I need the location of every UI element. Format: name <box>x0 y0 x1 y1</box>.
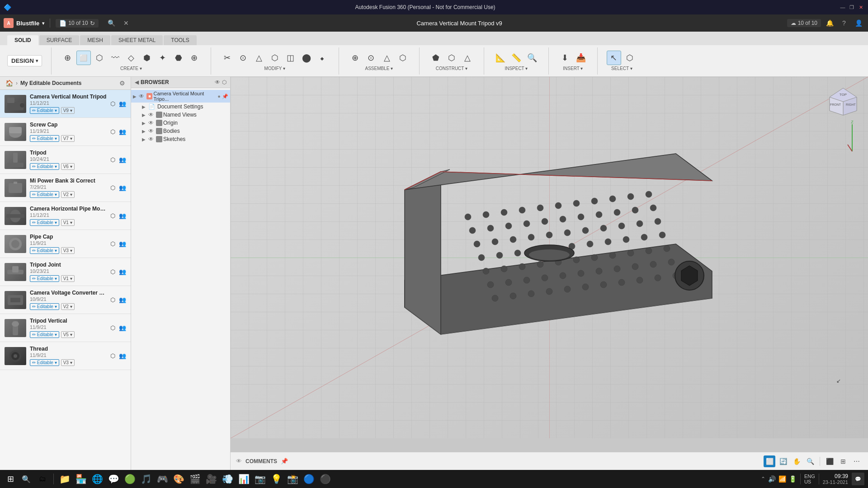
taskbar-instagram-icon[interactable]: 📸 <box>285 472 300 486</box>
file-counter-refresh[interactable]: ↻ <box>90 20 95 27</box>
browser-eye-icon[interactable]: 👁 <box>215 79 220 85</box>
insert-canvas[interactable]: ⬇ <box>558 51 572 65</box>
version-badge-5[interactable]: V1 ▾ <box>61 219 75 226</box>
create-web[interactable]: ✦ <box>156 51 170 65</box>
version-badge-9[interactable]: V5 ▾ <box>61 331 75 338</box>
tab-solid[interactable]: SOLID <box>7 35 38 45</box>
inspect-measure[interactable]: 📐 <box>493 51 508 65</box>
tab-mesh[interactable]: MESH <box>80 35 110 45</box>
editable-badge-5[interactable]: ✏ Editable ▾ <box>30 219 59 226</box>
viewport-3d[interactable]: TOP RIGHT FRONT Z <box>231 77 868 438</box>
minimize-button[interactable]: — <box>839 4 846 11</box>
tree-item-bodies[interactable]: ▶ 👁 Bodies <box>131 127 230 135</box>
taskbar-game-icon[interactable]: 🎮 <box>155 472 170 486</box>
create-revolve[interactable]: ⬡ <box>92 51 107 65</box>
doc-item-power-bank[interactable]: Mi Power Bank 3i Correct 7/29/21 ✏ Edita… <box>0 174 131 202</box>
vp-grid-icon[interactable]: ⊞ <box>837 455 849 467</box>
tree-item-named-views[interactable]: ▶ 👁 Named Views <box>131 111 230 119</box>
comments-pin-icon[interactable]: 📌 <box>281 458 288 465</box>
create-new-body[interactable]: ⊕ <box>61 51 75 65</box>
taskbar-browser-icon[interactable]: 🌐 <box>90 472 104 486</box>
doc-item-tripod-vertical[interactable]: Tripod Vertical 11/9/21 ✏ Editable ▾ V5 … <box>0 314 131 342</box>
help-button[interactable]: ? <box>838 17 850 29</box>
tab-surface[interactable]: SURFACE <box>39 35 80 45</box>
taskbar-ps-icon[interactable]: 🎨 <box>171 472 186 486</box>
modify-fillet[interactable]: ⊙ <box>236 51 250 65</box>
restore-button[interactable]: ❐ <box>848 4 855 11</box>
editable-badge-7[interactable]: ✏ Editable ▾ <box>30 275 59 282</box>
create-sweep[interactable]: 〰 <box>108 51 123 65</box>
vp-select-icon[interactable]: ⬜ <box>764 455 775 467</box>
vp-zoom-icon[interactable]: 🔍 <box>804 455 816 467</box>
browser-collapse-icon[interactable]: ◀ <box>135 79 139 85</box>
taskbar-app4-icon[interactable]: 🔵 <box>302 472 316 486</box>
taskbar-pr-icon[interactable]: 🎥 <box>204 472 218 486</box>
version-badge-2[interactable]: V7 ▾ <box>61 135 75 142</box>
tree-active-icon[interactable]: ● <box>217 94 221 99</box>
taskbar-chrome-icon[interactable]: 🟢 <box>123 472 137 486</box>
tree-pin-icon[interactable]: 📌 <box>222 94 228 99</box>
taskbar-music-icon[interactable]: 🎵 <box>139 472 153 486</box>
taskbar-search-icon[interactable]: 🔍 <box>19 472 33 486</box>
editable-badge-2[interactable]: ✏ Editable ▾ <box>30 135 59 142</box>
editable-badge-1[interactable]: ✏ Editable ▾ <box>30 107 59 114</box>
tree-item-root[interactable]: ▶ 👁 ■ Camera Vertical Mount Tripo... ● 📌 <box>131 90 230 103</box>
construct-more[interactable]: △ <box>460 51 475 65</box>
home-icon[interactable]: 🏠 <box>5 80 13 87</box>
create-extrude[interactable]: ⬜ <box>76 51 91 65</box>
doc-item-thread[interactable]: Thread 11/9/21 ✏ Editable ▾ V3 ▾ ⬡ 👥 <box>0 342 131 370</box>
doc-item-voltage-box[interactable]: Camera Voltage Converter Box 10/9/21 ✏ E… <box>0 286 131 314</box>
tray-up-arrow[interactable]: ⌃ <box>761 476 765 482</box>
select-select[interactable]: ↖ <box>607 51 621 65</box>
tab-tools[interactable]: TOOLS <box>164 35 196 45</box>
editable-badge-8[interactable]: ✏ Editable ▾ <box>30 303 59 310</box>
taskbar-store-icon[interactable]: 🏪 <box>74 472 88 486</box>
assemble-as-built[interactable]: △ <box>380 51 394 65</box>
editable-badge-10[interactable]: ✏ Editable ▾ <box>30 359 59 366</box>
create-loft[interactable]: ◇ <box>124 51 138 65</box>
taskbar-app3-icon[interactable]: 💡 <box>269 472 283 486</box>
modify-more[interactable]: ⬥ <box>315 51 330 65</box>
close-tab-button[interactable]: ✕ <box>120 17 132 29</box>
vp-orbit-icon[interactable]: 🔄 <box>777 455 789 467</box>
modify-shell[interactable]: ⬡ <box>268 51 282 65</box>
notification-button[interactable]: 🔔 <box>824 17 835 29</box>
modify-scale[interactable]: ⬤ <box>299 51 314 65</box>
doc-item-tripod-joint[interactable]: Tripod Joint 10/23/21 ✏ Editable ▾ V1 ▾ … <box>0 258 131 286</box>
app-logo[interactable]: A Blustfile ▾ <box>4 18 44 28</box>
comments-eye-icon[interactable]: 👁 <box>236 458 242 465</box>
assemble-new-component[interactable]: ⊕ <box>348 51 363 65</box>
vp-more-icon[interactable]: ⋯ <box>851 455 863 467</box>
taskbar-start-button[interactable]: ⊞ <box>4 472 17 486</box>
modify-press-pull[interactable]: ✂ <box>220 51 235 65</box>
insert-more[interactable]: 📥 <box>574 51 588 65</box>
create-rib[interactable]: ⬢ <box>140 51 154 65</box>
doc-item-screw-cap[interactable]: Screw Cap 11/19/21 ✏ Editable ▾ V7 ▾ ⬡ 👥 <box>0 118 131 146</box>
tab-sheet-metal[interactable]: SHEET METAL <box>111 35 163 45</box>
tree-item-origin[interactable]: ▶ 👁 Origin <box>131 119 230 127</box>
browser-expand-icon[interactable]: ⬡ <box>222 79 226 85</box>
modify-chamfer[interactable]: △ <box>252 51 266 65</box>
speaker-icon[interactable]: 🔊 <box>768 475 776 483</box>
version-badge-6[interactable]: V3 ▾ <box>61 247 75 254</box>
create-more[interactable]: ⊕ <box>187 51 202 65</box>
notification-center[interactable]: 💬 <box>852 473 864 485</box>
network-icon[interactable]: 📶 <box>778 475 786 483</box>
select-more[interactable]: ⬡ <box>623 51 637 65</box>
inspect-more[interactable]: 🔍 <box>525 51 539 65</box>
doc-item-pipe-cap[interactable]: Pipe Cap 11/9/21 ✏ Editable ▾ V3 ▾ ⬡ 👥 <box>0 230 131 258</box>
profile-button[interactable]: 👤 <box>853 17 864 29</box>
editable-badge-6[interactable]: ✏ Editable ▾ <box>30 247 59 254</box>
taskbar-whatsapp-icon[interactable]: 💬 <box>106 472 121 486</box>
editable-badge-3[interactable]: ✏ Editable ▾ <box>30 163 59 170</box>
version-badge-8[interactable]: V2 ▾ <box>61 303 75 310</box>
construct-midplane[interactable]: ⬡ <box>444 51 459 65</box>
tree-item-doc-settings[interactable]: ▶ 📄 Document Settings <box>131 103 230 111</box>
version-badge-3[interactable]: V6 ▾ <box>61 163 75 170</box>
doc-item-pipe-mount[interactable]: Camera Horizontal Pipe Mount 11/12/21 ✏ … <box>0 202 131 230</box>
modify-draft[interactable]: ◫ <box>283 51 298 65</box>
taskbar-app2-icon[interactable]: 📷 <box>253 472 267 486</box>
version-badge-10[interactable]: V3 ▾ <box>61 359 75 366</box>
close-button[interactable]: ✕ <box>857 4 864 11</box>
lang-indicator[interactable]: ENGUS <box>804 474 815 484</box>
